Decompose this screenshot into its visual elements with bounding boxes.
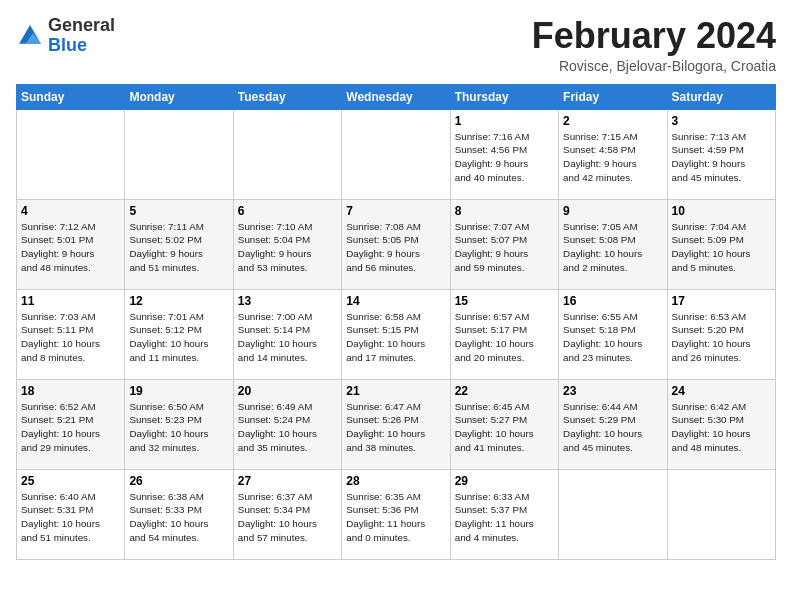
day-detail: Sunrise: 6:47 AMSunset: 5:26 PMDaylight:…	[346, 400, 445, 455]
calendar-day-cell	[559, 469, 667, 559]
day-number: 11	[21, 294, 120, 308]
month-year-title: February 2024	[532, 16, 776, 56]
logo-blue: Blue	[48, 35, 87, 55]
calendar-day-cell: 19Sunrise: 6:50 AMSunset: 5:23 PMDayligh…	[125, 379, 233, 469]
day-detail: Sunrise: 6:52 AMSunset: 5:21 PMDaylight:…	[21, 400, 120, 455]
weekday-header-row: SundayMondayTuesdayWednesdayThursdayFrid…	[17, 84, 776, 109]
day-detail: Sunrise: 6:50 AMSunset: 5:23 PMDaylight:…	[129, 400, 228, 455]
calendar-table: SundayMondayTuesdayWednesdayThursdayFrid…	[16, 84, 776, 560]
day-number: 8	[455, 204, 554, 218]
day-number: 15	[455, 294, 554, 308]
day-number: 3	[672, 114, 771, 128]
day-detail: Sunrise: 6:44 AMSunset: 5:29 PMDaylight:…	[563, 400, 662, 455]
calendar-day-cell: 26Sunrise: 6:38 AMSunset: 5:33 PMDayligh…	[125, 469, 233, 559]
calendar-day-cell: 4Sunrise: 7:12 AMSunset: 5:01 PMDaylight…	[17, 199, 125, 289]
day-number: 16	[563, 294, 662, 308]
calendar-day-cell: 24Sunrise: 6:42 AMSunset: 5:30 PMDayligh…	[667, 379, 775, 469]
calendar-day-cell: 6Sunrise: 7:10 AMSunset: 5:04 PMDaylight…	[233, 199, 341, 289]
calendar-week-row: 11Sunrise: 7:03 AMSunset: 5:11 PMDayligh…	[17, 289, 776, 379]
calendar-day-cell: 1Sunrise: 7:16 AMSunset: 4:56 PMDaylight…	[450, 109, 558, 199]
calendar-day-cell: 7Sunrise: 7:08 AMSunset: 5:05 PMDaylight…	[342, 199, 450, 289]
day-number: 24	[672, 384, 771, 398]
calendar-day-cell: 14Sunrise: 6:58 AMSunset: 5:15 PMDayligh…	[342, 289, 450, 379]
day-detail: Sunrise: 7:11 AMSunset: 5:02 PMDaylight:…	[129, 220, 228, 275]
calendar-day-cell: 5Sunrise: 7:11 AMSunset: 5:02 PMDaylight…	[125, 199, 233, 289]
calendar-day-cell: 10Sunrise: 7:04 AMSunset: 5:09 PMDayligh…	[667, 199, 775, 289]
day-number: 28	[346, 474, 445, 488]
day-number: 14	[346, 294, 445, 308]
day-detail: Sunrise: 7:01 AMSunset: 5:12 PMDaylight:…	[129, 310, 228, 365]
day-detail: Sunrise: 6:45 AMSunset: 5:27 PMDaylight:…	[455, 400, 554, 455]
calendar-day-cell: 15Sunrise: 6:57 AMSunset: 5:17 PMDayligh…	[450, 289, 558, 379]
logo: General Blue	[16, 16, 115, 56]
day-number: 25	[21, 474, 120, 488]
day-number: 19	[129, 384, 228, 398]
calendar-day-cell: 27Sunrise: 6:37 AMSunset: 5:34 PMDayligh…	[233, 469, 341, 559]
day-number: 9	[563, 204, 662, 218]
day-detail: Sunrise: 6:42 AMSunset: 5:30 PMDaylight:…	[672, 400, 771, 455]
day-detail: Sunrise: 6:40 AMSunset: 5:31 PMDaylight:…	[21, 490, 120, 545]
day-number: 21	[346, 384, 445, 398]
day-number: 20	[238, 384, 337, 398]
day-number: 29	[455, 474, 554, 488]
weekday-header: Tuesday	[233, 84, 341, 109]
day-detail: Sunrise: 7:05 AMSunset: 5:08 PMDaylight:…	[563, 220, 662, 275]
day-number: 2	[563, 114, 662, 128]
calendar-day-cell: 9Sunrise: 7:05 AMSunset: 5:08 PMDaylight…	[559, 199, 667, 289]
calendar-week-row: 18Sunrise: 6:52 AMSunset: 5:21 PMDayligh…	[17, 379, 776, 469]
logo-icon	[16, 22, 44, 50]
day-detail: Sunrise: 7:16 AMSunset: 4:56 PMDaylight:…	[455, 130, 554, 185]
calendar-day-cell: 2Sunrise: 7:15 AMSunset: 4:58 PMDaylight…	[559, 109, 667, 199]
day-number: 26	[129, 474, 228, 488]
day-detail: Sunrise: 7:00 AMSunset: 5:14 PMDaylight:…	[238, 310, 337, 365]
weekday-header: Sunday	[17, 84, 125, 109]
calendar-day-cell: 18Sunrise: 6:52 AMSunset: 5:21 PMDayligh…	[17, 379, 125, 469]
day-number: 17	[672, 294, 771, 308]
day-detail: Sunrise: 6:38 AMSunset: 5:33 PMDaylight:…	[129, 490, 228, 545]
weekday-header: Monday	[125, 84, 233, 109]
day-detail: Sunrise: 6:57 AMSunset: 5:17 PMDaylight:…	[455, 310, 554, 365]
day-detail: Sunrise: 7:04 AMSunset: 5:09 PMDaylight:…	[672, 220, 771, 275]
calendar-day-cell: 17Sunrise: 6:53 AMSunset: 5:20 PMDayligh…	[667, 289, 775, 379]
calendar-day-cell: 12Sunrise: 7:01 AMSunset: 5:12 PMDayligh…	[125, 289, 233, 379]
day-detail: Sunrise: 6:55 AMSunset: 5:18 PMDaylight:…	[563, 310, 662, 365]
day-detail: Sunrise: 7:07 AMSunset: 5:07 PMDaylight:…	[455, 220, 554, 275]
day-detail: Sunrise: 6:53 AMSunset: 5:20 PMDaylight:…	[672, 310, 771, 365]
calendar-day-cell	[342, 109, 450, 199]
day-number: 1	[455, 114, 554, 128]
day-number: 13	[238, 294, 337, 308]
day-detail: Sunrise: 6:33 AMSunset: 5:37 PMDaylight:…	[455, 490, 554, 545]
day-number: 18	[21, 384, 120, 398]
calendar-day-cell: 23Sunrise: 6:44 AMSunset: 5:29 PMDayligh…	[559, 379, 667, 469]
location-subtitle: Rovisce, Bjelovar-Bilogora, Croatia	[532, 58, 776, 74]
calendar-day-cell: 8Sunrise: 7:07 AMSunset: 5:07 PMDaylight…	[450, 199, 558, 289]
logo-text: General Blue	[48, 16, 115, 56]
day-number: 7	[346, 204, 445, 218]
day-detail: Sunrise: 7:15 AMSunset: 4:58 PMDaylight:…	[563, 130, 662, 185]
calendar-day-cell	[233, 109, 341, 199]
day-number: 23	[563, 384, 662, 398]
day-detail: Sunrise: 6:35 AMSunset: 5:36 PMDaylight:…	[346, 490, 445, 545]
day-number: 22	[455, 384, 554, 398]
day-number: 12	[129, 294, 228, 308]
day-detail: Sunrise: 7:08 AMSunset: 5:05 PMDaylight:…	[346, 220, 445, 275]
day-number: 27	[238, 474, 337, 488]
weekday-header: Saturday	[667, 84, 775, 109]
weekday-header: Thursday	[450, 84, 558, 109]
calendar-week-row: 4Sunrise: 7:12 AMSunset: 5:01 PMDaylight…	[17, 199, 776, 289]
logo-general: General	[48, 15, 115, 35]
day-number: 5	[129, 204, 228, 218]
calendar-day-cell	[667, 469, 775, 559]
calendar-day-cell: 28Sunrise: 6:35 AMSunset: 5:36 PMDayligh…	[342, 469, 450, 559]
weekday-header: Wednesday	[342, 84, 450, 109]
calendar-day-cell: 3Sunrise: 7:13 AMSunset: 4:59 PMDaylight…	[667, 109, 775, 199]
calendar-day-cell	[125, 109, 233, 199]
calendar-week-row: 1Sunrise: 7:16 AMSunset: 4:56 PMDaylight…	[17, 109, 776, 199]
calendar-day-cell: 29Sunrise: 6:33 AMSunset: 5:37 PMDayligh…	[450, 469, 558, 559]
calendar-day-cell: 11Sunrise: 7:03 AMSunset: 5:11 PMDayligh…	[17, 289, 125, 379]
day-detail: Sunrise: 7:10 AMSunset: 5:04 PMDaylight:…	[238, 220, 337, 275]
day-detail: Sunrise: 7:12 AMSunset: 5:01 PMDaylight:…	[21, 220, 120, 275]
calendar-day-cell: 16Sunrise: 6:55 AMSunset: 5:18 PMDayligh…	[559, 289, 667, 379]
day-number: 6	[238, 204, 337, 218]
weekday-header: Friday	[559, 84, 667, 109]
